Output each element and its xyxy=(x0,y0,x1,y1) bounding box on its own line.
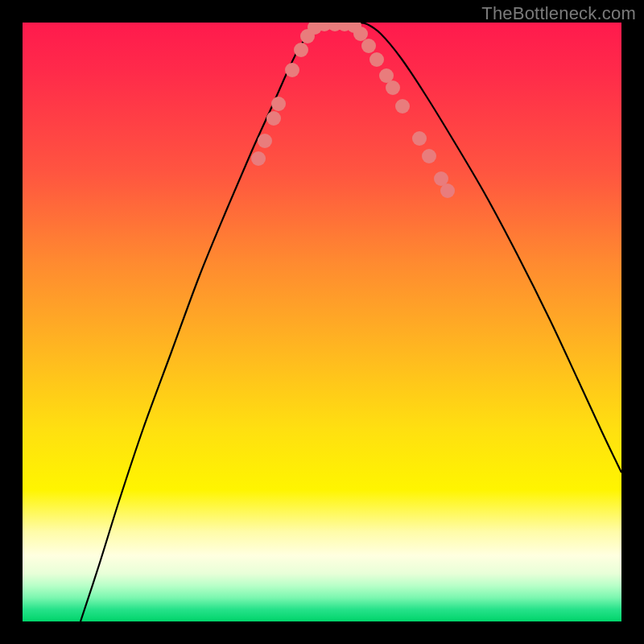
data-marker xyxy=(251,151,266,166)
data-marker xyxy=(353,27,368,41)
watermark-text: TheBottleneck.com xyxy=(481,3,636,24)
data-marker xyxy=(412,131,427,146)
data-marker xyxy=(285,63,299,77)
data-marker xyxy=(386,80,400,95)
data-marker xyxy=(266,111,281,126)
data-marker xyxy=(294,43,308,57)
plot-area xyxy=(23,23,621,621)
data-marker xyxy=(440,184,455,198)
data-marker xyxy=(271,97,286,111)
series-left-curve xyxy=(80,23,322,621)
data-marker xyxy=(258,134,272,148)
curve-overlay xyxy=(23,23,621,621)
chart-frame: TheBottleneck.com xyxy=(0,0,644,644)
data-marker xyxy=(369,52,384,67)
data-marker xyxy=(361,39,376,53)
data-marker xyxy=(395,99,410,114)
data-marker xyxy=(422,149,436,163)
